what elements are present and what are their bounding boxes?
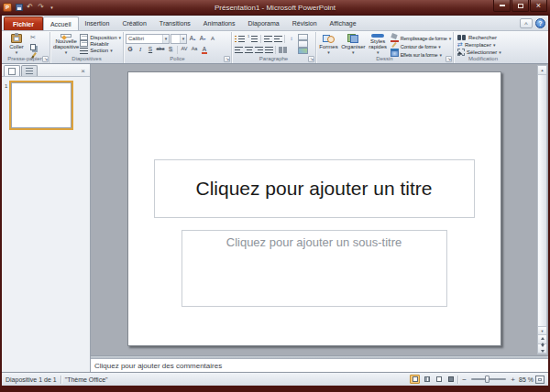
clipboard-dialog-launcher[interactable] <box>42 56 49 62</box>
line-spacing-button[interactable] <box>287 34 296 43</box>
find-icon <box>457 34 467 41</box>
columns-button[interactable] <box>278 45 287 54</box>
slide[interactable]: Cliquez pour ajouter un titre Cliquez po… <box>127 71 501 346</box>
cut-button[interactable] <box>28 33 38 42</box>
theme-indicator[interactable]: "Thème Office" <box>65 376 108 383</box>
scroll-up-button[interactable] <box>538 66 546 75</box>
indent-icon <box>274 36 282 42</box>
notes-pane[interactable]: Cliquez pour ajouter des commentaires <box>91 358 548 372</box>
bullets-button[interactable] <box>234 34 246 43</box>
shape-outline-button[interactable]: Contour de forme <box>390 42 451 50</box>
tab-transitions[interactable]: Transitions <box>153 16 197 30</box>
zoom-slider-thumb[interactable] <box>485 376 490 383</box>
powerpoint-app-icon[interactable]: P <box>3 3 12 12</box>
reset-button[interactable]: Rétablir <box>80 40 121 47</box>
section-button[interactable]: Section <box>80 48 121 54</box>
align-left-button[interactable] <box>234 45 243 54</box>
new-slide-button[interactable]: Nouvelle diapositive <box>52 33 80 55</box>
group-label-paragraph: Paragraphe <box>232 55 315 63</box>
italic-button[interactable]: I <box>136 45 145 54</box>
slides-tab[interactable] <box>4 65 20 76</box>
scrollbar-thumb[interactable] <box>538 75 546 326</box>
paragraph-dialog-launcher[interactable] <box>308 56 314 62</box>
font-color-button[interactable]: A <box>200 45 209 54</box>
character-spacing-button[interactable]: AV <box>180 45 189 54</box>
quick-styles-button[interactable]: Styles rapides <box>368 33 389 55</box>
help-button[interactable] <box>535 18 545 28</box>
change-case-button[interactable]: Aa <box>190 45 199 54</box>
tab-insertion[interactable]: Insertion <box>79 16 116 30</box>
replace-button[interactable]: Remplacer <box>457 41 511 49</box>
align-right-icon <box>255 47 263 53</box>
find-button[interactable]: Rechercher <box>457 34 511 41</box>
tab-revision[interactable]: Révision <box>286 16 324 30</box>
tab-animations[interactable]: Animations <box>197 16 242 30</box>
tab-accueil[interactable]: Accueil <box>43 16 79 30</box>
scroll-down-button[interactable] <box>538 326 546 335</box>
vertical-scrollbar[interactable] <box>537 65 547 354</box>
shapes-button[interactable]: Formes <box>318 33 339 55</box>
previous-slide-button[interactable] <box>538 335 546 344</box>
minimize-button[interactable] <box>493 0 511 12</box>
layout-button[interactable]: Disposition <box>80 34 121 40</box>
next-slide-button[interactable] <box>538 344 546 354</box>
close-panel-button[interactable] <box>78 65 88 76</box>
save-button[interactable] <box>15 4 23 12</box>
shape-fill-button[interactable]: Remplissage de forme <box>390 34 451 42</box>
qat-customize-icon[interactable] <box>48 4 56 12</box>
separator <box>275 46 276 54</box>
minimize-ribbon-button[interactable] <box>520 18 533 28</box>
align-text-button[interactable] <box>298 40 308 47</box>
align-right-button[interactable] <box>254 45 263 54</box>
zoom-level[interactable]: 85 % <box>519 376 534 383</box>
text-direction-button[interactable] <box>298 34 308 40</box>
clear-formatting-button[interactable] <box>208 34 217 43</box>
font-dialog-launcher[interactable] <box>224 56 230 62</box>
maximize-button[interactable] <box>512 0 529 12</box>
dropdown-icon <box>110 48 113 53</box>
font-name-combo[interactable]: Calibri <box>126 34 170 44</box>
drawing-dialog-launcher[interactable] <box>446 56 452 62</box>
numbering-button[interactable] <box>247 34 258 43</box>
font-size-combo[interactable] <box>170 34 187 44</box>
reading-view-button[interactable] <box>434 375 444 384</box>
subtitle-placeholder[interactable]: Cliquez pour ajouter un sous-titre <box>182 230 447 307</box>
layout-icon <box>80 34 88 40</box>
tab-fichier[interactable]: Fichier <box>4 16 43 30</box>
align-center-button[interactable] <box>244 45 253 54</box>
zoom-in-button[interactable] <box>509 375 517 384</box>
dropdown-icon <box>118 35 121 40</box>
shrink-font-button[interactable]: A <box>198 34 207 43</box>
justify-button[interactable] <box>264 45 273 54</box>
numbering-icon <box>248 36 258 42</box>
normal-view-button[interactable] <box>410 375 420 384</box>
tab-creation[interactable]: Création <box>116 16 152 30</box>
slides-panel-list: 1 <box>2 77 90 372</box>
title-placeholder[interactable]: Cliquez pour ajouter un titre <box>154 159 475 218</box>
zoom-slider[interactable] <box>471 378 506 380</box>
slideshow-button[interactable] <box>446 375 456 384</box>
slide-thumbnail[interactable] <box>11 82 72 128</box>
grow-font-button[interactable]: A <box>188 34 197 43</box>
tab-diaporama[interactable]: Diaporama <box>241 16 285 30</box>
undo-button[interactable] <box>26 4 34 12</box>
decrease-indent-button[interactable] <box>263 34 272 43</box>
arrange-button[interactable]: Organiser <box>340 33 367 55</box>
slide-indicator: Diapositive 1 de 1 <box>6 376 57 383</box>
paste-button[interactable]: Coller <box>5 33 28 55</box>
slide-sorter-view-button[interactable] <box>422 375 432 384</box>
fit-to-window-button[interactable] <box>535 376 544 384</box>
strikethrough-button[interactable]: abc <box>156 45 165 54</box>
outline-tab[interactable] <box>21 65 38 76</box>
outdent-icon <box>264 36 272 42</box>
underline-button[interactable]: S <box>146 45 155 54</box>
text-shadow-button[interactable]: S <box>166 45 175 54</box>
increase-indent-button[interactable] <box>273 34 282 43</box>
convert-smartart-button[interactable] <box>298 48 308 54</box>
tab-affichage[interactable]: Affichage <box>324 16 363 30</box>
close-button[interactable] <box>530 0 547 12</box>
copy-button[interactable] <box>28 42 38 51</box>
zoom-out-button[interactable] <box>460 375 468 384</box>
redo-button[interactable] <box>37 4 45 12</box>
bold-button[interactable]: G <box>126 45 135 54</box>
